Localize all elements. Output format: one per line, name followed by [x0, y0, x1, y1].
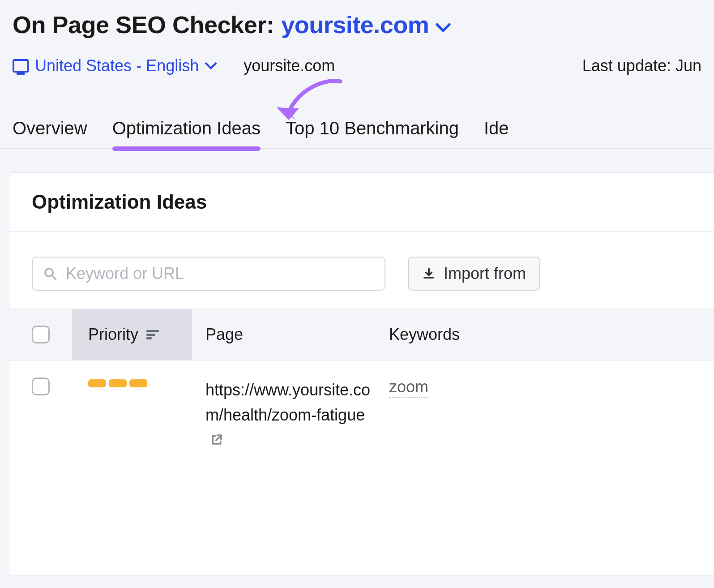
- tab-top-10-benchmarking[interactable]: Top 10 Benchmarking: [286, 118, 459, 148]
- priority-bar: [88, 379, 106, 387]
- svg-rect-3: [146, 330, 159, 332]
- tab-overview[interactable]: Overview: [13, 118, 87, 148]
- priority-bar: [129, 379, 147, 387]
- tab-optimization-ideas[interactable]: Optimization Ideas: [112, 118, 261, 148]
- priority-indicator: [72, 378, 192, 387]
- last-update: Last update: Jun: [582, 56, 701, 75]
- domain-text: yoursite.com: [244, 56, 335, 75]
- site-dropdown[interactable]: yoursite.com: [281, 11, 451, 39]
- select-all-checkbox[interactable]: [32, 326, 50, 343]
- locale-label: United States - English: [35, 56, 199, 75]
- tab-ideas-partial[interactable]: Ide: [484, 118, 509, 148]
- column-page[interactable]: Page: [192, 325, 376, 344]
- column-priority-label: Priority: [88, 325, 138, 344]
- page-url[interactable]: https://www.yoursite.com/health/zoom-fat…: [205, 381, 370, 424]
- priority-bar: [109, 379, 127, 387]
- row-checkbox[interactable]: [32, 378, 50, 395]
- optimization-ideas-panel: Optimization Ideas Import from Priority: [9, 172, 714, 575]
- search-input[interactable]: [66, 264, 374, 283]
- sort-icon: [146, 329, 160, 340]
- keyword-link[interactable]: zoom: [389, 378, 428, 398]
- page-title: On Page SEO Checker:: [13, 11, 274, 39]
- tabs: Overview Optimization Ideas Top 10 Bench…: [0, 118, 714, 149]
- import-label: Import from: [444, 264, 526, 283]
- column-keywords[interactable]: Keywords: [376, 325, 460, 344]
- svg-rect-4: [146, 334, 155, 336]
- search-input-container[interactable]: [32, 257, 385, 291]
- column-priority[interactable]: Priority: [72, 309, 192, 360]
- search-icon: [43, 267, 57, 280]
- external-link-icon[interactable]: [210, 429, 223, 454]
- table-header: Priority Page Keywords: [9, 309, 714, 361]
- panel-title: Optimization Ideas: [9, 173, 714, 232]
- download-icon: [422, 267, 436, 280]
- svg-line-2: [52, 275, 56, 279]
- locale-picker[interactable]: United States - English: [13, 56, 217, 75]
- chevron-down-icon: [205, 62, 217, 70]
- page-url-cell: https://www.yoursite.com/health/zoom-fat…: [192, 378, 376, 454]
- table-row: https://www.yoursite.com/health/zoom-fat…: [9, 361, 714, 471]
- import-button[interactable]: Import from: [408, 257, 540, 291]
- site-name: yoursite.com: [281, 11, 429, 38]
- chevron-down-icon: [436, 11, 451, 38]
- keywords-cell: zoom: [376, 378, 428, 396]
- monitor-icon: [13, 59, 29, 73]
- svg-rect-5: [146, 337, 152, 339]
